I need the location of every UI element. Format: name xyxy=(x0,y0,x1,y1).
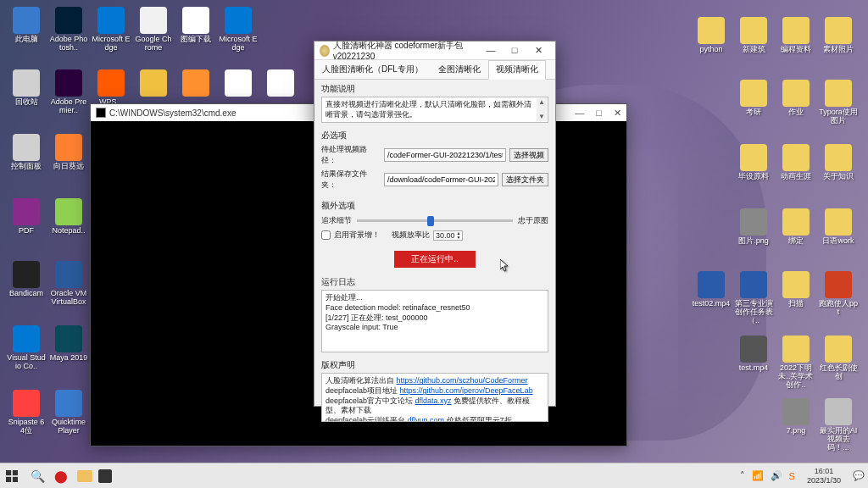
app-taskbar-icon[interactable] xyxy=(98,469,112,483)
dfldata-link[interactable]: dfldata.xyz xyxy=(415,396,452,405)
app-icon xyxy=(320,45,330,57)
select-folder-button[interactable]: 选择文件夹 xyxy=(502,173,548,186)
desktop-icon[interactable]: 控制面板 xyxy=(7,134,46,171)
desktop-icon[interactable]: 红色长剧使创 xyxy=(819,336,858,381)
dflyun-link[interactable]: dflyun.com xyxy=(408,416,445,422)
desktop-icon[interactable]: python xyxy=(692,17,731,54)
desktop-icon[interactable]: 7.png xyxy=(776,398,815,435)
desktop-icon[interactable]: Microsoft Edge xyxy=(219,7,258,53)
scale-input[interactable]: 30.00 ▲▼ xyxy=(433,230,463,241)
taskbar-clock[interactable]: 16:01 2023/1/30 xyxy=(802,467,846,485)
desktop-icon[interactable]: Microsoft Edge xyxy=(92,7,131,53)
desktop-icon[interactable]: 最实用的AI视频去码！... xyxy=(819,398,858,452)
svg-rect-0 xyxy=(6,470,11,475)
desktop-icon[interactable]: 编程资料 xyxy=(776,17,815,54)
record-icon[interactable]: ⬤ xyxy=(51,466,71,486)
tab-face-dfl[interactable]: 人脸图清晰化（DFL专用） xyxy=(314,60,431,79)
desktop-icon[interactable]: 第三专业演创作任务表（.. xyxy=(734,271,773,325)
desktop-icon[interactable]: Notepad.. xyxy=(49,198,88,236)
desktop-icon[interactable]: 图编下载 xyxy=(176,7,215,44)
desktop-icon[interactable]: 毕设原料 xyxy=(734,144,773,181)
desktop-icon[interactable]: Oracle VM VirtualBox xyxy=(49,261,88,307)
search-icon[interactable]: 🔍 xyxy=(27,466,47,486)
tray-network-icon[interactable]: 📶 xyxy=(752,470,764,481)
app-title-text: 人脸清晰化神器 codeformer新手包 v20221230 xyxy=(333,40,479,61)
scroll-down-icon[interactable]: ▼ xyxy=(537,113,547,121)
slider-thumb[interactable] xyxy=(427,216,434,226)
desktop-icon[interactable]: WPS... xyxy=(92,69,131,107)
desktop-icon[interactable]: Adobe Premier.. xyxy=(49,69,88,115)
svg-rect-1 xyxy=(13,470,18,475)
deepfacelab-link[interactable]: https://github.com/iperov/DeepFaceLab xyxy=(400,386,533,395)
desktop-icon[interactable]: 关于知识 xyxy=(819,144,858,181)
desktop-icon[interactable]: test.mp4 xyxy=(734,336,773,373)
desktop-icon[interactable] xyxy=(261,69,300,98)
desktop-icon[interactable]: Visual Studio Co.. xyxy=(7,325,46,371)
log-box[interactable]: 开始处理... Face detection model: retinaface… xyxy=(321,290,548,352)
minimize-button[interactable]: — xyxy=(479,45,503,56)
maximize-button[interactable]: □ xyxy=(503,45,526,56)
desktop-icon[interactable]: 图片.png xyxy=(734,208,773,246)
maximize-button[interactable]: □ xyxy=(596,108,602,119)
start-button[interactable] xyxy=(3,468,20,485)
codeformer-link[interactable]: https://github.com/sczhou/CodeFormer xyxy=(397,376,528,385)
desktop-icon[interactable]: 此电脑 xyxy=(7,7,46,44)
spin-down-icon[interactable]: ▼ xyxy=(457,236,461,240)
video-path-label: 待处理视频路径： xyxy=(321,144,381,166)
output-folder-label: 结果保存文件夹： xyxy=(321,169,381,191)
desktop-icon[interactable]: 素材照片 xyxy=(819,17,858,54)
close-button[interactable]: ✕ xyxy=(526,45,550,56)
desktop-icon[interactable]: test02.mp4 xyxy=(692,271,731,308)
scale-label: 视频放率比 xyxy=(392,230,430,241)
desktop-icon[interactable]: 扫描 xyxy=(776,271,815,308)
tray-ime-icon[interactable]: S xyxy=(789,471,795,481)
desktop-icon[interactable]: Bandicam xyxy=(7,261,46,298)
slider-right-label: 忠于原图 xyxy=(518,215,548,226)
desktop-icon[interactable] xyxy=(134,69,173,98)
cmd-icon xyxy=(96,108,106,118)
explorer-icon[interactable] xyxy=(77,470,92,482)
desktop-icon[interactable]: 考研 xyxy=(734,80,773,117)
tray-expand-icon[interactable]: ˄ xyxy=(740,470,745,481)
desktop-icon[interactable]: Adobe Photosh.. xyxy=(49,7,88,53)
video-path-input[interactable] xyxy=(384,148,506,162)
func-desc-box: 直接对视频进行清晰化处理，默认只清晰化脸部，如需额外清晰背景，请勾选背景强化。 … xyxy=(321,97,548,123)
svg-rect-3 xyxy=(13,476,18,481)
desktop-icon[interactable]: PDF xyxy=(7,198,46,236)
slider-left-label: 追求细节 xyxy=(321,215,352,226)
desktop-icon[interactable]: 跑跑使人ppt xyxy=(819,271,858,317)
codeformer-window[interactable]: 人脸清晰化神器 codeformer新手包 v20221230 — □ ✕ 人脸… xyxy=(314,41,556,407)
desktop-icon[interactable]: Typora使用图片 xyxy=(819,80,858,125)
copyright-title: 版权声明 xyxy=(321,359,548,371)
scroll-up-icon[interactable]: ▲ xyxy=(537,98,547,107)
desktop-icon[interactable]: 绑定 xyxy=(776,208,815,246)
output-folder-input[interactable] xyxy=(384,173,498,186)
desktop-icon[interactable]: 作业 xyxy=(776,80,815,117)
tray-volume-icon[interactable]: 🔊 xyxy=(771,470,782,481)
desktop-icon[interactable]: 动画生涯 xyxy=(776,144,815,181)
detail-slider[interactable] xyxy=(357,219,513,222)
desktop-icon[interactable] xyxy=(176,69,215,98)
desktop-icon[interactable] xyxy=(219,69,258,98)
desktop-icon[interactable]: 回收站 xyxy=(7,69,46,107)
notifications-icon[interactable]: 💬 xyxy=(853,470,865,481)
required-title: 必选项 xyxy=(321,130,548,141)
desktop-icon[interactable]: Snipaste 64位 xyxy=(7,390,46,435)
desktop-icon[interactable]: 向日葵远 xyxy=(49,134,88,171)
desktop-icon[interactable]: 日语work xyxy=(819,208,858,246)
close-button[interactable]: ✕ xyxy=(614,108,621,119)
run-button[interactable]: 正在运行中.. xyxy=(394,251,476,268)
copyright-box: 人脸清晰化算法出自 https://github.com/sczhou/Code… xyxy=(321,373,548,422)
select-video-button[interactable]: 选择视频 xyxy=(509,148,548,162)
desktop-icon[interactable]: Quicktime Player xyxy=(49,390,88,435)
desktop-icon[interactable]: 2022下明未..关学术创作.. xyxy=(776,336,815,390)
desktop-icon[interactable]: Google Chrome xyxy=(134,7,173,53)
bg-enhance-checkbox[interactable] xyxy=(321,230,331,240)
bg-enhance-label: 启用背景增！ xyxy=(334,230,380,241)
tab-video[interactable]: 视频清晰化 xyxy=(488,60,546,80)
app-titlebar[interactable]: 人脸清晰化神器 codeformer新手包 v20221230 — □ ✕ xyxy=(314,42,555,60)
desktop-icon[interactable]: Maya 2019 xyxy=(49,325,88,363)
desktop-icon[interactable]: 新建筑 xyxy=(734,17,773,54)
minimize-button[interactable]: — xyxy=(575,108,584,119)
tab-full-image[interactable]: 全图清晰化 xyxy=(431,60,488,79)
